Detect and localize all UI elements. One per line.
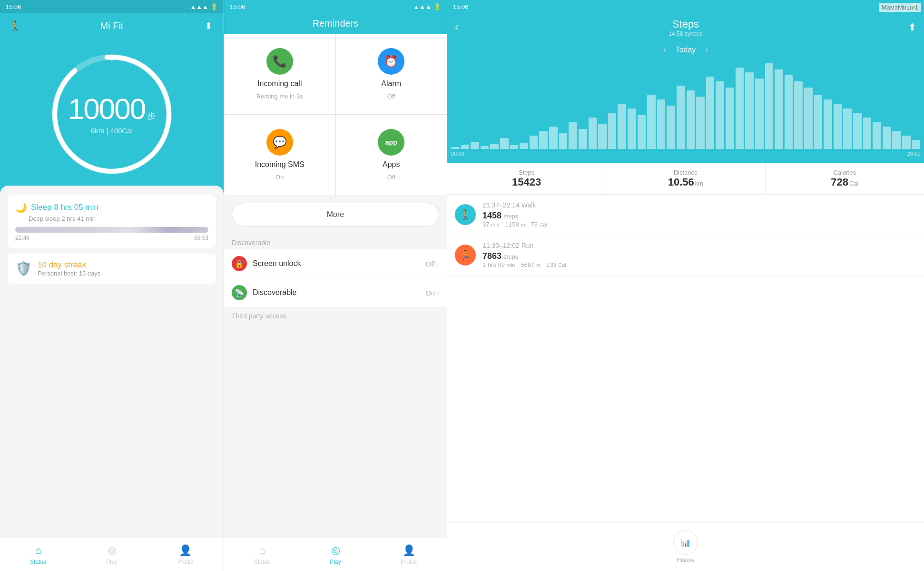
prev-date-button[interactable]: ‹ [663,45,666,55]
alarm-name: Alarm [381,79,401,88]
history-button[interactable]: 📊 [673,530,698,555]
chart-bar [569,122,577,149]
walk-calories: 73 Cal [531,221,548,228]
chart-bar [755,79,764,149]
home-icon-1: ⌂ [35,544,41,557]
top-header-1: 🚶 Mi Fit ⬆ [0,13,224,38]
calories-unit: Cal [849,180,859,187]
nav-play-1[interactable]: ◎ Play [106,544,117,565]
chart-bar [716,81,724,149]
screen-unlock-row[interactable]: 🔒 Screen unlock Off › [224,249,447,278]
chart-bar [736,68,744,149]
sync-time: 14:58 synced [668,30,702,37]
chart-bar [677,86,685,149]
chart-bar [667,106,675,149]
sleep-end: 06:53 [194,235,208,241]
nav-play-2[interactable]: ◎ Play [330,544,341,565]
sleep-start: 22:48 [15,235,29,241]
nav-status-label-1: Status [30,559,46,565]
run-calories: 233 Cal [546,261,566,268]
steps-title: Steps [672,18,699,30]
sleep-title-text: Sleep 8 hrs 05 min [31,203,98,212]
back-button[interactable]: ‹ [455,21,458,33]
share-icon-1[interactable]: ⬆ [201,18,216,33]
steps-meta: 6km | 400Cal [68,127,156,135]
distance-value: 10.56 [668,176,694,188]
chart-bar [883,127,891,149]
target-icon-2: ◎ [331,544,340,557]
chart-times: 00:00 23:51 [447,149,924,158]
share-icon-3[interactable]: ⬆ [908,21,916,33]
spacer-2 [224,323,447,538]
chevron-right-1: › [437,260,439,267]
reminder-sms[interactable]: 💬 Incoming SMS On [224,115,335,195]
chart-bar [657,99,666,149]
steps-label: Steps [451,169,602,176]
screen-unlock-value: Off › [426,260,439,268]
apps-name: Apps [383,160,400,169]
discoverable-row[interactable]: 📡 Discoverable On › [224,278,447,307]
streak-card: 🛡️ 10 day streak Personal best: 15 days [8,254,216,284]
chart-bar [549,127,558,149]
chart-bar [765,63,774,149]
sms-status: On [275,174,284,181]
signal-icon: ▲▲▲ [190,3,208,10]
reminders-title: Reminders [247,18,424,29]
nav-profile-2[interactable]: 👤 Profile [401,544,417,565]
calories-label: Calories [769,169,920,176]
chart-bar [510,145,519,149]
time-3: 15:06 [453,3,469,10]
nav-status-2[interactable]: ⌂ Status [254,544,270,565]
bar-chart-icon: 📊 [681,538,690,547]
chart-bar [608,113,617,149]
bluetooth-icon: 📡 [232,285,247,300]
lock-icon: 🔒 [232,256,247,271]
steps-value: 15423 [451,176,602,188]
apps-icon-circle: app [378,129,404,156]
history-section: 📊 History [447,522,924,571]
walk-stats: 37 min 1158 m 73 Cal [482,221,916,228]
call-name: Incoming call [257,79,302,88]
chart-bar [853,113,862,149]
stat-distance: Distance 10.56 km [606,163,765,194]
reminder-apps[interactable]: app Apps Off [336,115,447,195]
chart-bar [481,146,489,149]
chart-bar [843,108,852,149]
nav-status-1[interactable]: ⌂ Status [30,544,46,565]
chart-bar [814,95,823,149]
walk-content: 21:37–22:14 Walk 1458steps 37 min 1158 m… [482,201,916,228]
activity-walk: 🚶 21:37–22:14 Walk 1458steps 37 min 1158… [447,195,924,235]
chart-bar [745,72,754,149]
reminder-alarm[interactable]: ⏰ Alarm Off [336,34,447,114]
chart-bar [647,95,656,149]
app-title-1: Mi Fit [23,20,201,31]
nav-profile-label-1: Profile [177,559,194,565]
chart-bar [696,97,705,149]
chart-bar [804,88,813,149]
apps-status: Off [387,174,395,181]
run-activity-icon: 🏃 [455,245,476,266]
signal-icon-2: ▲▲▲ [413,3,432,10]
walk-icon[interactable]: 🚶 [8,18,23,33]
current-date: Today [676,46,696,54]
chart-time-end: 23:51 [907,151,920,157]
streak-content: 10 day streak Personal best: 15 days [38,260,100,277]
chart-bar [598,124,607,149]
chart-bar [834,104,842,149]
more-button[interactable]: More [232,203,439,226]
nav-profile-1[interactable]: 👤 Profile [177,544,194,565]
next-date-button[interactable]: › [705,45,708,55]
chevron-right-2: › [437,289,439,296]
watermark: МамаМиши1 [879,3,921,12]
nav-status-label-2: Status [254,559,270,565]
run-time: 11:30–12:02 Run [482,242,916,249]
chart-bar [706,77,715,149]
sleep-title-row: 🌙 Sleep 8 hrs 05 min [15,202,208,213]
walk-time: 21:37–22:14 Walk [482,201,916,209]
chart-bar [912,140,921,149]
screen-unlock-label: Screen unlock [253,259,420,268]
chart-bar [638,115,646,149]
reminder-call[interactable]: 📞 Incoming call Reming me in 3s [224,34,335,114]
run-steps: 7863steps [482,251,916,261]
chart-bar [785,75,793,149]
